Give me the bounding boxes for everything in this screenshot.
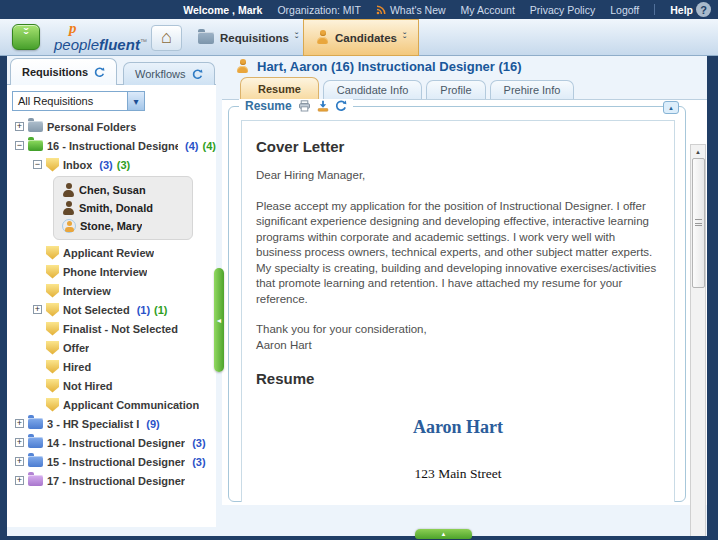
content-scrollbar[interactable] — [690, 144, 706, 537]
sidebar-collapse-handle[interactable] — [214, 268, 224, 372]
toolbar: p peoplefluent™ Requisitions Candidates — [0, 19, 718, 56]
my-account-link[interactable]: My Account — [461, 4, 515, 16]
step-icon — [46, 158, 59, 172]
expand-toggle[interactable]: + — [33, 305, 42, 314]
step-icon — [46, 360, 59, 374]
folder-icon — [198, 32, 214, 44]
tree-item-label: 14 - Instructional Designer — [47, 437, 185, 449]
welcome-text: Welcome , Mark — [183, 4, 262, 16]
tree-item-3-hr-specialist-i[interactable]: +3 - HR Specialist I(9) — [7, 414, 216, 433]
collapse-toggle[interactable]: − — [15, 141, 24, 150]
footer-collapse-handle[interactable] — [415, 529, 472, 539]
tree-item-label: Chen, Susan — [79, 184, 146, 196]
tree-item-not-hired[interactable]: +Not Hired — [7, 376, 216, 395]
tree-item-smith-donald[interactable]: Smith, Donald — [60, 199, 186, 217]
tree-item-phone-interview[interactable]: +Phone Interview — [7, 262, 216, 281]
tree-item-not-selected[interactable]: +Not Selected(1)(1) — [7, 300, 216, 319]
tree-item-16-instructional-designer[interactable]: −16 - Instructional Designer(4)(4) — [7, 136, 216, 155]
tab-label: Resume — [258, 83, 301, 95]
sidebar-tab-workflows[interactable]: Workflows — [123, 62, 215, 85]
logoff-link[interactable]: Logoff — [610, 4, 639, 16]
double-chevron-down-icon — [295, 34, 298, 42]
tree-item-label: Finalist - Not Selected — [63, 323, 178, 335]
person-icon — [316, 30, 329, 45]
double-chevron-down-icon — [403, 34, 406, 42]
home-button[interactable] — [151, 25, 182, 51]
tree-item-label: 15 - Instructional Designer — [47, 456, 185, 468]
logo-text: peoplefluent™ — [54, 36, 147, 53]
tree-item-17-instructional-designer[interactable]: +17 - Instructional Designer — [7, 471, 216, 490]
cover-letter-signature: Aaron Hart — [256, 338, 660, 354]
privacy-policy-link[interactable]: Privacy Policy — [530, 4, 595, 16]
scroll-up-icon[interactable] — [691, 145, 705, 158]
resume-content-zone: Resume — [222, 99, 707, 505]
expand-toggle[interactable]: + — [15, 122, 24, 131]
count-new: (3) — [192, 456, 205, 468]
sidebar-panel: All Requisitions +Personal Folders−16 - … — [7, 84, 216, 527]
collapse-panel-button[interactable] — [663, 101, 679, 114]
tree-item-inbox[interactable]: −Inbox(3)(3) — [7, 155, 216, 174]
download-resume-icon[interactable] — [317, 100, 329, 112]
tree-item-personal-folders[interactable]: +Personal Folders — [7, 117, 216, 136]
organization-text: Organization: MIT — [277, 4, 360, 16]
logo-p-mark: p — [69, 23, 147, 33]
tree-item-stone-mary[interactable]: Stone, Mary — [60, 217, 186, 235]
tree-item-finalist-not-selected[interactable]: +Finalist - Not Selected — [7, 319, 216, 338]
tree-item-label: 16 - Instructional Designer — [47, 140, 178, 152]
requisition-filter-select[interactable]: All Requisitions — [12, 91, 145, 111]
scrollbar-thumb[interactable] — [692, 158, 705, 288]
refresh-icon[interactable] — [335, 100, 347, 112]
help-question-icon: ? — [696, 2, 711, 17]
resume-heading: Resume — [256, 370, 660, 387]
tree-item-offer[interactable]: +Offer — [7, 338, 216, 357]
tree-item-15-instructional-designer[interactable]: +15 - Instructional Designer(3) — [7, 452, 216, 471]
expand-toggle[interactable]: + — [15, 476, 24, 485]
sidebar-tab-requisitions[interactable]: Requisitions — [10, 58, 117, 85]
sidebar-tab-label: Requisitions — [22, 66, 88, 78]
tree-item-14-instructional-designer[interactable]: +14 - Instructional Designer(3) — [7, 433, 216, 452]
select-arrow-icon[interactable] — [127, 92, 144, 110]
step-icon — [46, 379, 59, 393]
sidebar-tab-label: Workflows — [135, 68, 186, 80]
download-panel-button[interactable] — [12, 24, 40, 50]
count-new: (4) — [185, 140, 198, 152]
expand-toggle[interactable]: + — [15, 438, 24, 447]
step-icon — [46, 303, 59, 317]
print-icon[interactable] — [298, 100, 311, 112]
tree-item-applicant-review[interactable]: +Applicant Review — [7, 243, 216, 262]
tree-item-hired[interactable]: +Hired — [7, 357, 216, 376]
tree-item-label: Phone Interview — [63, 266, 147, 278]
folder-blue-icon — [28, 456, 43, 467]
main-area: Hart, Aaron (16) Instructional Designer … — [222, 56, 707, 537]
requisition-tree: +Personal Folders−16 - Instructional Des… — [7, 117, 216, 490]
cover-letter-closing: Thank you for your consideration, — [256, 322, 660, 338]
candidates-menu-label: Candidates — [335, 32, 397, 44]
tree-item-interview[interactable]: +Interview — [7, 281, 216, 300]
logo-part1: people — [54, 36, 99, 53]
tree-item-chen-susan[interactable]: Chen, Susan — [60, 181, 186, 199]
collapse-toggle[interactable]: − — [33, 160, 42, 169]
cover-letter-salutation: Dear Hiring Manager, — [256, 168, 660, 184]
expand-toggle[interactable]: + — [15, 419, 24, 428]
requisitions-menu[interactable]: Requisitions — [192, 25, 304, 51]
tree-item-label: 17 - Instructional Designer — [47, 475, 185, 487]
whats-new-link[interactable]: What's New — [376, 4, 446, 16]
candidate-title[interactable]: Hart, Aaron (16) Instructional Designer … — [236, 59, 522, 74]
help-link[interactable]: Help ? — [670, 2, 711, 17]
tab-prehire-info[interactable]: Prehire Info — [490, 80, 575, 99]
tab-label: Prehire Info — [504, 84, 561, 96]
tab-candidate-info[interactable]: Candidate Info — [323, 80, 423, 99]
folder-blue-icon — [28, 437, 43, 448]
resume-fieldset: Resume — [228, 106, 686, 502]
tree-item-applicant-communication[interactable]: +Applicant Communication — [7, 395, 216, 414]
tab-profile[interactable]: Profile — [426, 80, 485, 99]
rss-icon — [376, 5, 386, 15]
person-icon — [236, 59, 249, 74]
candidates-menu[interactable]: Candidates — [303, 19, 419, 56]
count-active: (4) — [203, 140, 216, 152]
cover-letter-heading: Cover Letter — [256, 138, 660, 155]
expand-toggle[interactable]: + — [15, 457, 24, 466]
tab-resume[interactable]: Resume — [240, 77, 319, 99]
resume-candidate-name: Aaron Hart — [256, 417, 660, 438]
count-new: (3) — [99, 159, 112, 171]
